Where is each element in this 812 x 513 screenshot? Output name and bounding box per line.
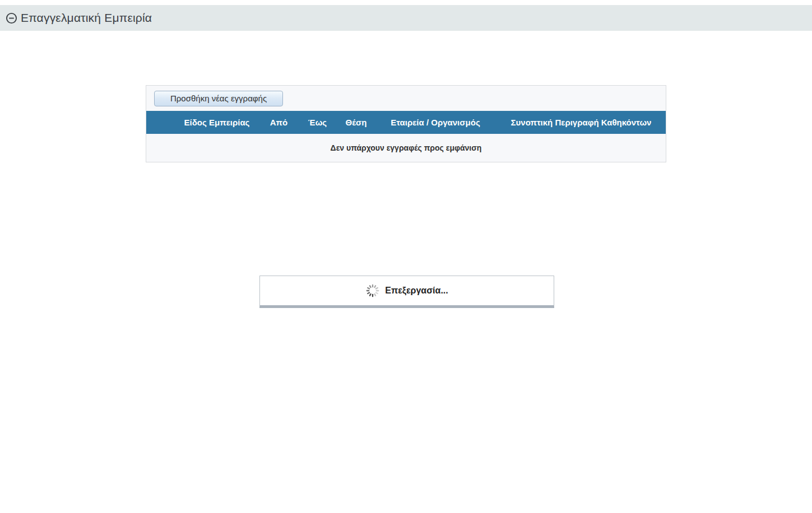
- grid-header-row: Είδος Εμπειρίας Από Έως Θέση Εταιρεία / …: [146, 111, 666, 134]
- add-record-button[interactable]: Προσθήκη νέας εγγραφής: [154, 91, 283, 106]
- collapse-minus-icon[interactable]: [6, 12, 17, 24]
- grid-empty-message: Δεν υπάρχουν εγγραφές προς εμφάνιση: [146, 134, 666, 162]
- column-header-to[interactable]: Έως: [297, 118, 338, 127]
- loading-message: Επεξεργασία...: [385, 286, 448, 296]
- column-header-position[interactable]: Θέση: [338, 118, 374, 127]
- loading-spinner-icon: [365, 283, 380, 298]
- grid-toolbar: Προσθήκη νέας εγγραφής: [146, 86, 666, 111]
- section-title: Επαγγελματική Εμπειρία: [21, 11, 152, 25]
- column-header-duties[interactable]: Συνοπτική Περιγραφή Καθηκόντων: [497, 118, 666, 127]
- loading-dialog: Επεξεργασία...: [259, 276, 554, 308]
- column-header-experience-type[interactable]: Είδος Εμπειρίας: [173, 118, 261, 127]
- section-header-bar[interactable]: Επαγγελματική Εμπειρία: [0, 5, 812, 31]
- experience-grid-panel: Προσθήκη νέας εγγραφής Είδος Εμπειρίας Α…: [146, 85, 666, 162]
- column-header-from[interactable]: Από: [261, 118, 297, 127]
- column-header-company[interactable]: Εταιρεία / Οργανισμός: [374, 118, 497, 127]
